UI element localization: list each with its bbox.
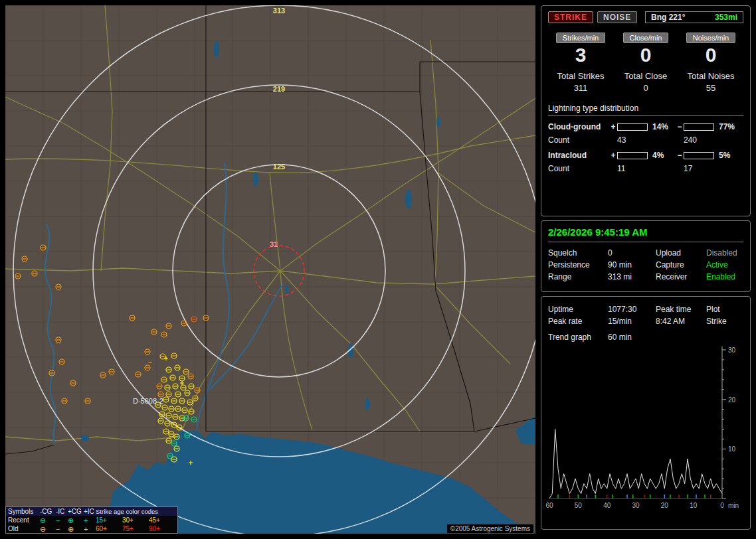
cloud-ground-label: Cloud-ground (548, 122, 609, 131)
legend-col-cg-minus: -CG (40, 508, 56, 515)
svg-text:0: 0 (720, 502, 724, 509)
receiver-label: Receiver (656, 272, 706, 281)
legend-col-ic-minus: -IC (56, 508, 68, 515)
legend-row-label: Recent (8, 516, 40, 524)
peak-rate-value: 15/min (608, 317, 656, 326)
range-ring-label-313: 313 (273, 7, 285, 15)
cg-minus-bar (684, 123, 714, 131)
intracloud-label: Intracloud (548, 151, 609, 160)
datetime-display: 2/26/2026 9:45:19 AM (548, 226, 743, 242)
range-label: Range (548, 272, 608, 281)
total-noises-value: 55 (678, 83, 743, 93)
status-row: Uptime 1077:30 Peak time Plot (548, 305, 743, 314)
svg-text:30: 30 (728, 346, 736, 354)
svg-text:40: 40 (603, 502, 611, 509)
close-per-min-value: 0 (613, 43, 678, 67)
settings-row: Persistence 90 min Capture Active (548, 260, 743, 270)
bearing-range: 353mi (715, 13, 737, 22)
cloud-ground-count-row: Count 43 240 (548, 135, 743, 145)
cg-minus-icon: ⊖ (40, 517, 56, 524)
ic-minus-count: 17 (684, 164, 743, 173)
svg-text:10: 10 (690, 502, 698, 509)
squelch-value: 0 (608, 248, 656, 258)
ic-plus-count: 11 (617, 164, 684, 173)
minus-sign: − (676, 122, 684, 131)
svg-text:50: 50 (575, 502, 583, 509)
peak-rate-label: Peak rate (548, 317, 608, 326)
lightning-map[interactable]: 313 219 125 31 D-5608-2 Symbols -CG -IC … (5, 5, 535, 534)
ic-minus-bar (684, 152, 714, 159)
cg-minus-count: 240 (684, 135, 743, 145)
uptime-value: 1077:30 (608, 305, 656, 314)
plot-label: Plot (706, 305, 743, 314)
counters-box: STRIKE NOISE Bng 221° 353mi Strikes/min … (541, 5, 751, 216)
uptime-label: Uptime (548, 305, 608, 314)
upload-label: Upload (656, 248, 706, 258)
map-canvas: 313 219 125 31 D-5608-2 (5, 5, 535, 534)
legend-row-label: Old (8, 525, 40, 532)
total-strikes-label: Total Strikes (548, 71, 613, 81)
svg-text:60: 60 (545, 502, 553, 509)
noises-per-min-button[interactable]: Noises/min (686, 33, 735, 43)
persistence-value: 90 min (608, 260, 656, 270)
trend-graph-label: Trend graph (548, 333, 608, 342)
age-code: 60+ (96, 525, 122, 532)
strikes-per-min-value: 3 (548, 43, 613, 67)
total-noises-label: Total Noises (678, 71, 743, 81)
svg-text:min: min (728, 502, 739, 509)
plot-value: Strike (706, 317, 743, 326)
total-close-label: Total Close (613, 71, 678, 81)
squelch-label: Squelch (548, 248, 608, 258)
minus-sign: − (676, 151, 684, 160)
settings-row: Range 313 mi Receiver Enabled (548, 272, 743, 281)
trend-header-row: Trend graph 60 min (548, 333, 743, 342)
svg-text:30: 30 (632, 502, 640, 509)
ic-plus-pct: 4% (649, 151, 676, 160)
age-code: 30+ (122, 516, 149, 524)
legend-row-recent: Recent ⊖ − ⊕ + 15+ 30+ 45+ (6, 516, 177, 524)
svg-text:20: 20 (728, 396, 736, 404)
legend-row-old: Old ⊖ − ⊕ + 60+ 75+ 90+ (6, 524, 177, 533)
legend-header: Symbols -CG -IC +CG +IC Strike age color… (6, 507, 177, 516)
peak-time-value: 8:42 AM (656, 317, 706, 326)
noise-lamp[interactable]: NOISE (597, 11, 637, 23)
age-code: 75+ (122, 525, 149, 532)
copyright: ©2005 Astrogenic Systems (447, 524, 533, 533)
cg-minus-pct: 77% (715, 122, 743, 131)
legend-age-title: Strike age color codes (96, 508, 175, 515)
legend-col-ic-plus: +IC (84, 508, 96, 515)
status-row: Peak rate 15/min 8:42 AM Strike (548, 317, 743, 326)
close-per-min-button[interactable]: Close/min (623, 33, 669, 43)
cg-plus-icon: ⊕ (68, 517, 84, 524)
age-code: 45+ (149, 516, 175, 524)
intracloud-count-row: Count 11 17 (548, 164, 743, 173)
plus-sign: + (609, 151, 617, 160)
ic-plus-icon: + (84, 526, 96, 532)
bearing-value: Bng 221° (651, 13, 685, 22)
capture-status: Active (706, 260, 743, 270)
count-label: Count (548, 135, 617, 145)
trend-window-value: 60 min (608, 333, 656, 342)
strikes-per-min-button[interactable]: Strikes/min (556, 33, 605, 43)
map-legend: Symbols -CG -IC +CG +IC Strike age color… (5, 506, 178, 534)
upload-status: Disabled (706, 248, 743, 258)
range-ring-label-125: 125 (273, 163, 285, 171)
ic-minus-icon: − (56, 526, 68, 532)
legend-col-cg-plus: +CG (68, 508, 84, 515)
range-ring-label-219: 219 (273, 85, 285, 93)
ic-plus-bar (617, 152, 648, 159)
ic-plus-icon: + (84, 517, 96, 524)
settings-box: 2/26/2026 9:45:19 AM Squelch 0 Upload Di… (541, 220, 751, 292)
ic-minus-pct: 5% (715, 151, 743, 160)
ic-minus-icon: − (56, 517, 68, 524)
plus-sign: + (609, 122, 617, 131)
settings-row: Squelch 0 Upload Disabled (548, 248, 743, 258)
cg-plus-pct: 14% (649, 122, 676, 131)
cg-plus-bar (617, 123, 648, 131)
strike-lamp[interactable]: STRIKE (548, 11, 593, 23)
trend-graph: 3020106050403020100min (548, 345, 743, 510)
bearing-display: Bng 221° 353mi (645, 11, 743, 23)
receiver-status: Enabled (706, 272, 743, 281)
range-value: 313 mi (608, 272, 656, 281)
legend-symbols-title: Symbols (8, 508, 40, 515)
